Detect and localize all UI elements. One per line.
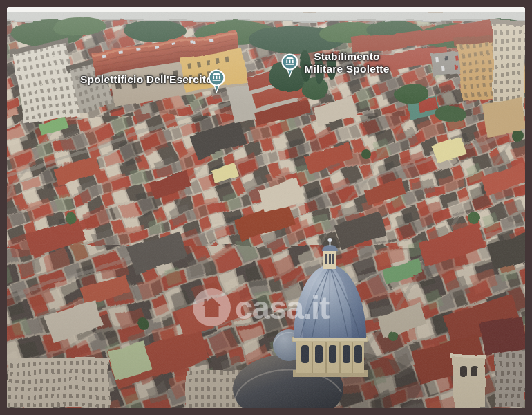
aerial-map-view[interactable]: Spolettificio Dell'Esercito: [7, 7, 525, 408]
photo-top-strip: [7, 7, 525, 12]
screenshot-frame: Spolettificio Dell'Esercito: [0, 0, 532, 415]
aerial-cityscape: [7, 12, 525, 408]
